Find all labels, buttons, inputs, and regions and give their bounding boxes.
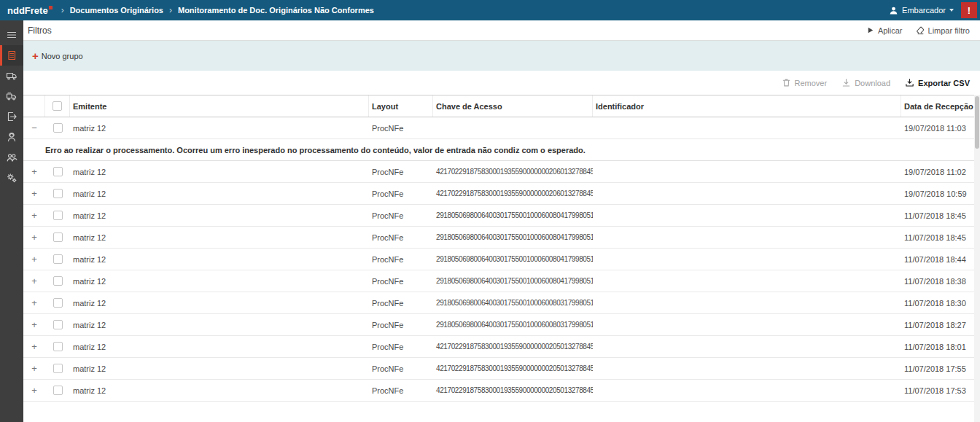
new-group-button[interactable]: + Novo grupo — [32, 50, 83, 61]
header-identificador[interactable]: Identificador — [593, 95, 901, 117]
row-checkbox[interactable] — [53, 233, 63, 242]
cell-layout: ProcNFe — [369, 358, 433, 379]
user-menu[interactable]: Embarcador — [889, 6, 954, 15]
breadcrumb-item-documentos-originarios[interactable]: Documentos Originários — [70, 6, 163, 15]
sidebar-item-exportacao[interactable] — [0, 106, 23, 127]
cell-identificador — [593, 117, 901, 138]
cell-identificador — [593, 314, 901, 335]
breadcrumb-item-monitoramento[interactable]: Monitoramento de Doc. Originários Não Co… — [178, 6, 374, 15]
sidebar-item-configuracoes[interactable] — [0, 168, 23, 188]
collapse-row-icon[interactable]: − — [31, 123, 37, 133]
apply-filter-button[interactable]: Aplicar — [866, 26, 903, 35]
download-label: Download — [855, 79, 890, 87]
expand-row-icon[interactable]: + — [31, 342, 37, 351]
chevron-right-icon: › — [169, 5, 172, 15]
expand-row-icon[interactable]: + — [31, 386, 37, 395]
alert-button[interactable]: ! — [961, 2, 977, 18]
table-row: +matriz 12ProcNFe42170229187583000193559… — [23, 358, 980, 380]
scrollbar-thumb[interactable] — [975, 96, 979, 149]
row-checkbox[interactable] — [53, 254, 63, 264]
download-button[interactable]: Download — [841, 78, 890, 87]
expand-row-icon[interactable]: + — [31, 211, 37, 220]
sidebar-item-atendimento[interactable] — [0, 127, 23, 147]
expand-row-icon[interactable]: + — [31, 233, 37, 242]
cell-layout: ProcNFe — [369, 205, 433, 226]
sidebar-item-frete[interactable] — [0, 66, 23, 86]
table-row: +matriz 12ProcNFe42170229187583000193559… — [23, 183, 980, 205]
cell-layout: ProcNFe — [369, 227, 433, 248]
cell-data-de-recepcao: 11/07/2018 18:27 — [901, 314, 980, 335]
table-row: +matriz 12ProcNFe42170229187583000193559… — [23, 336, 980, 358]
row-checkbox[interactable] — [53, 276, 63, 286]
header-data-de-recepcao[interactable]: Data de Recepção ↓ — [901, 95, 980, 117]
app-window: nddFrete › Documentos Originários › Moni… — [0, 0, 980, 422]
row-checkbox[interactable] — [53, 189, 63, 198]
row-checkbox[interactable] — [53, 123, 63, 133]
row-checkbox[interactable] — [53, 211, 63, 220]
table-row: +matriz 12ProcNFe42170229187583000193559… — [23, 161, 980, 183]
logo-red-square — [49, 6, 52, 9]
expand-row-icon[interactable]: + — [31, 320, 37, 329]
table-row: +matriz 12ProcNFe29180506980064003017550… — [23, 205, 980, 227]
topbar-right: Embarcador ! — [889, 2, 977, 18]
remove-button[interactable]: Remover — [782, 78, 828, 87]
cell-emitente: matriz 12 — [70, 314, 369, 335]
export-csv-button[interactable]: Exportar CSV — [905, 78, 970, 87]
row-checkbox[interactable] — [53, 320, 63, 329]
header-expand-column — [23, 95, 45, 117]
main-content: Filtros Aplicar Limpar filtro — [23, 20, 980, 422]
header-chave-de-acesso[interactable]: Chave de Acesso — [433, 95, 593, 117]
menu-icon — [6, 29, 18, 41]
table-row: −matriz 12ProcNFe19/07/2018 11:03 — [23, 117, 980, 139]
cell-emitente: matriz 12 — [70, 270, 369, 292]
expand-row-icon[interactable]: + — [31, 167, 37, 176]
header-emitente[interactable]: Emitente — [70, 95, 369, 117]
select-all-checkbox[interactable] — [52, 101, 62, 111]
trash-icon — [782, 78, 791, 87]
expand-row-icon[interactable]: + — [31, 189, 37, 198]
cell-emitente: matriz 12 — [70, 183, 369, 204]
row-checkbox[interactable] — [53, 364, 63, 373]
clear-filter-button[interactable]: Limpar filtro — [916, 26, 970, 35]
cell-chave-de-acesso: 2918050698006400301755001000600804179980… — [433, 227, 593, 248]
play-icon — [866, 26, 874, 34]
cell-chave-de-acesso: 2918050698006400301755001000600804179980… — [433, 270, 593, 292]
cell-data-de-recepcao: 11/07/2018 18:01 — [901, 336, 980, 357]
row-checkbox[interactable] — [53, 167, 63, 176]
table-row: +matriz 12ProcNFe29180506980064003017550… — [23, 292, 980, 314]
expand-row-icon[interactable]: + — [31, 276, 37, 286]
row-checkbox[interactable] — [53, 298, 63, 308]
table-row: +matriz 12ProcNFe29180506980064003017550… — [23, 314, 980, 336]
app-logo-text: nddFrete — [7, 5, 48, 16]
table-row: +matriz 12ProcNFe42170229187583000193559… — [23, 380, 980, 402]
cell-emitente: matriz 12 — [70, 161, 369, 182]
row-checkbox[interactable] — [53, 386, 63, 395]
app-logo[interactable]: nddFrete — [7, 5, 52, 16]
table-row: +matriz 12ProcNFe29180506980064003017550… — [23, 249, 980, 270]
cell-layout: ProcNFe — [369, 380, 433, 401]
vertical-scrollbar[interactable] — [974, 95, 980, 422]
expand-row-icon[interactable]: + — [31, 254, 37, 264]
expand-row-icon[interactable]: + — [31, 364, 37, 373]
cell-emitente: matriz 12 — [70, 358, 369, 379]
expand-row-icon[interactable]: + — [31, 298, 37, 308]
users-icon — [6, 152, 18, 163]
table-row: +matriz 12ProcNFe29180506980064003017550… — [23, 227, 980, 249]
sidebar-item-menu[interactable] — [0, 25, 23, 45]
export-documents-icon — [6, 111, 18, 122]
content-shell: Filtros Aplicar Limpar filtro — [0, 20, 980, 422]
cell-layout: ProcNFe — [369, 292, 433, 313]
cell-layout: ProcNFe — [369, 161, 433, 182]
table-row: +matriz 12ProcNFe29180506980064003017550… — [23, 270, 980, 292]
sidebar-item-transporte[interactable] — [0, 86, 23, 106]
row-checkbox[interactable] — [53, 342, 63, 351]
cell-emitente: matriz 12 — [70, 205, 369, 226]
sidebar-item-monitoramento[interactable] — [0, 45, 23, 66]
header-layout[interactable]: Layout — [369, 95, 433, 117]
sidebar-item-usuarios[interactable] — [0, 147, 23, 168]
cell-identificador — [593, 270, 901, 292]
plus-icon: + — [32, 50, 39, 61]
cell-identificador — [593, 292, 901, 313]
filters-bar: Filtros Aplicar Limpar filtro — [23, 20, 980, 41]
cell-chave-de-acesso: 4217022918758300019355900000002060132788… — [433, 161, 593, 182]
